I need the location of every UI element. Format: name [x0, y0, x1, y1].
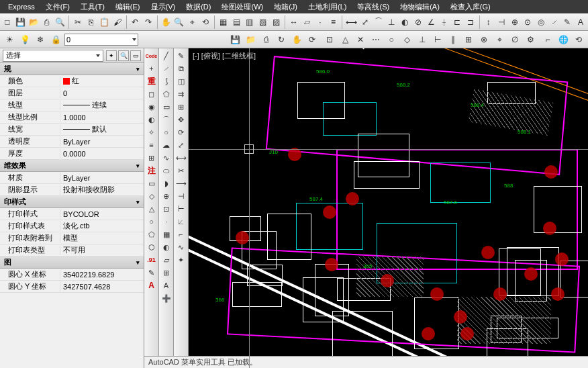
- property-value[interactable]: 红: [60, 76, 144, 86]
- tool-icon[interactable]: ⬠: [146, 228, 158, 240]
- property-value[interactable]: 不可用: [60, 245, 144, 255]
- join-icon[interactable]: ⊢: [175, 203, 187, 215]
- tool-icon[interactable]: ⊞: [146, 152, 158, 164]
- tool-icon[interactable]: ✧: [146, 126, 158, 138]
- polygon-icon[interactable]: ⬠: [160, 88, 173, 100]
- designcenter-icon[interactable]: ▤: [231, 15, 243, 29]
- region-icon[interactable]: ▱: [160, 254, 173, 266]
- array-icon[interactable]: ⊞: [175, 101, 187, 113]
- stretch-icon[interactable]: ⟷: [175, 152, 187, 164]
- properties-icon[interactable]: ▦: [217, 15, 230, 29]
- center-icon[interactable]: ⊙: [522, 15, 534, 29]
- snap-node-icon[interactable]: ⊗: [477, 33, 491, 46]
- layer-manager-icon[interactable]: ☀: [3, 33, 16, 46]
- tolerance-icon[interactable]: ⊕: [509, 15, 521, 29]
- snap-near-icon[interactable]: ⌖: [493, 33, 506, 46]
- sheet-icon[interactable]: ▧: [257, 15, 269, 29]
- tool-icon[interactable]: ◉: [146, 101, 158, 113]
- dim-baseline-icon[interactable]: ⊏: [452, 15, 464, 29]
- freeze-icon[interactable]: ❄: [34, 33, 47, 46]
- dim-quick-icon[interactable]: ⟊: [438, 15, 450, 29]
- menu-item[interactable]: 显示(V): [146, 2, 181, 12]
- snap-end-icon[interactable]: ⊡: [323, 33, 336, 46]
- menu-item[interactable]: 数据(D): [181, 2, 216, 12]
- mtext-icon[interactable]: A: [160, 279, 173, 291]
- property-row[interactable]: 线型连续: [0, 99, 144, 111]
- point-icon[interactable]: ·: [314, 15, 326, 29]
- dim-radius-icon[interactable]: ◐: [399, 15, 411, 29]
- property-row[interactable]: 圆心 X 坐标35402219.6829: [0, 269, 144, 281]
- ucs-world-icon[interactable]: 🌐: [556, 33, 570, 46]
- property-row[interactable]: 打印样式表淡化.ctb: [0, 220, 144, 232]
- view-label[interactable]: [-] [俯视] [二维线框]: [193, 51, 256, 61]
- scale-icon[interactable]: ⤢: [175, 139, 187, 151]
- dim-linear-icon[interactable]: ⟷: [345, 15, 358, 29]
- snap-tan-icon[interactable]: ⊥: [415, 33, 429, 46]
- tool-icon[interactable]: ≡: [146, 139, 158, 151]
- plot-icon[interactable]: ⎙: [41, 15, 53, 29]
- dim-break-icon[interactable]: ⊣: [495, 15, 507, 29]
- toolpalette-icon[interactable]: ▥: [244, 15, 256, 29]
- zoom-icon[interactable]: 🔍: [173, 15, 185, 29]
- property-group-header[interactable]: 印样式▾: [0, 196, 144, 208]
- move-icon[interactable]: ✥: [175, 113, 187, 126]
- cut-icon[interactable]: ✂: [72, 15, 84, 29]
- tool-icon[interactable]: ◻: [146, 88, 158, 100]
- dist-icon[interactable]: ↔: [288, 15, 300, 29]
- revcloud-icon[interactable]: ☁: [160, 139, 173, 151]
- dim-continue-icon[interactable]: ⊐: [464, 15, 477, 29]
- dim-space-icon[interactable]: ↕: [483, 15, 495, 29]
- new-icon[interactable]: □: [1, 15, 13, 29]
- fillet-icon[interactable]: ⌐: [175, 228, 187, 240]
- property-value[interactable]: 投射和接收阴影: [60, 185, 144, 195]
- dim-tedit-icon[interactable]: A: [575, 15, 587, 29]
- jogged-icon[interactable]: ⟋: [548, 15, 560, 29]
- tool-icon[interactable]: ◇: [146, 190, 158, 202]
- property-row[interactable]: 线宽默认: [0, 124, 144, 136]
- dim-angular-icon[interactable]: ∠: [425, 15, 437, 29]
- ellipse-arc-icon[interactable]: ◗: [160, 177, 173, 189]
- menu-item[interactable]: 文件(F): [40, 2, 75, 12]
- toggle-pim-icon[interactable]: ✦: [106, 50, 117, 61]
- snap-perp-icon[interactable]: ⊢: [431, 33, 444, 46]
- lock-icon[interactable]: 🔒: [49, 33, 62, 46]
- property-value[interactable]: 模型: [60, 233, 144, 243]
- menu-item[interactable]: Express: [3, 3, 40, 11]
- markup-icon[interactable]: ▨: [270, 15, 282, 29]
- osnap-set-icon[interactable]: ⚙: [524, 33, 537, 46]
- dim-diameter-icon[interactable]: ⊘: [412, 15, 424, 29]
- property-row[interactable]: 厚度0.0000: [0, 148, 144, 160]
- hand-icon[interactable]: ✋: [290, 33, 303, 46]
- property-value[interactable]: 3427507.4628: [60, 283, 144, 291]
- property-row[interactable]: 打印样式BYCOLOR: [0, 208, 144, 220]
- property-row[interactable]: 图层0: [0, 87, 144, 99]
- dim-ordinate-icon[interactable]: ⊥: [386, 15, 398, 29]
- blend-icon[interactable]: ∿: [175, 241, 187, 253]
- property-value[interactable]: 0.0000: [60, 150, 144, 158]
- snap-none-icon[interactable]: ∅: [508, 33, 522, 46]
- print2-icon[interactable]: ⎙: [259, 33, 273, 46]
- rotate-icon[interactable]: ⟳: [305, 33, 319, 46]
- refresh-icon[interactable]: ↻: [275, 33, 288, 46]
- area-icon[interactable]: ▱: [301, 15, 313, 29]
- bulb-icon[interactable]: 💡: [18, 33, 32, 46]
- spline-icon[interactable]: ∿: [160, 152, 173, 164]
- match-icon[interactable]: 🖌: [111, 15, 124, 29]
- snap-ext-icon[interactable]: ⋯: [369, 33, 383, 46]
- snap-int-icon[interactable]: ✕: [354, 33, 367, 46]
- pline-icon[interactable]: ⟆: [160, 75, 173, 87]
- snap-par-icon[interactable]: ∥: [446, 33, 460, 46]
- menu-item[interactable]: 编辑(E): [110, 2, 146, 12]
- save-icon[interactable]: 💾: [15, 15, 27, 29]
- tool-icon[interactable]: ✎: [146, 267, 158, 279]
- tool-icon[interactable]: ⬡: [146, 241, 158, 253]
- snap-mid-icon[interactable]: △: [338, 33, 352, 46]
- property-group-header[interactable]: 维效果▾: [0, 160, 144, 172]
- tool-icon[interactable]: ▭: [146, 177, 158, 189]
- undo-icon[interactable]: ↶: [129, 15, 141, 29]
- mirror-icon[interactable]: ◫: [175, 75, 187, 87]
- selection-icon[interactable]: ▭: [130, 50, 141, 61]
- tool-icon[interactable]: △: [146, 203, 158, 215]
- gradient-icon[interactable]: ◐: [160, 241, 173, 253]
- layer-dropdown[interactable]: 0: [64, 34, 138, 46]
